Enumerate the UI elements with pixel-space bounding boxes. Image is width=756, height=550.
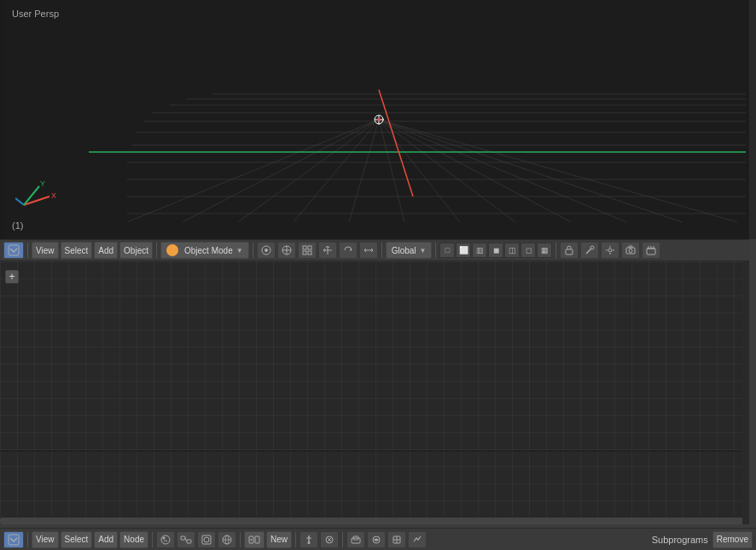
node-scrollbar-thumb[interactable] — [0, 518, 749, 524]
sep-b4 — [295, 532, 296, 547]
svg-point-51 — [608, 249, 612, 252]
viewport-bottom[interactable]: + — [0, 261, 749, 524]
add-menu-bottom[interactable]: Add — [94, 531, 118, 548]
remove-btn[interactable]: Remove — [712, 531, 753, 548]
sep1 — [27, 243, 28, 258]
lock-icon-btn[interactable] — [560, 242, 579, 259]
svg-rect-43 — [303, 251, 306, 255]
svg-point-53 — [629, 249, 632, 253]
viewport-h-divider[interactable] — [0, 450, 749, 452]
render-full2-btn[interactable]: ◻ — [520, 243, 536, 258]
snap-grid-btn[interactable] — [298, 242, 317, 259]
node-composite-btn[interactable] — [177, 531, 195, 548]
sep2 — [156, 243, 157, 258]
viewport-label: User Persp — [12, 9, 59, 19]
viewport-bottom-drag-handle[interactable] — [742, 261, 749, 524]
svg-rect-72 — [255, 536, 259, 543]
sep3 — [253, 243, 253, 258]
view-menu-bottom[interactable]: View — [32, 531, 59, 548]
snap-btn[interactable] — [277, 242, 296, 259]
svg-rect-41 — [303, 246, 306, 249]
node-material-btn[interactable] — [156, 531, 175, 548]
axes-widget: X Y — [15, 179, 58, 214]
view-menu[interactable]: View — [32, 242, 59, 259]
svg-rect-54 — [629, 246, 632, 248]
render-mat-btn[interactable]: ▥ — [472, 243, 487, 258]
svg-rect-44 — [308, 251, 311, 255]
svg-line-49 — [586, 249, 591, 254]
mode-icon-btn[interactable] — [3, 242, 24, 259]
frame-label: (1) — [12, 220, 23, 231]
select-menu-top[interactable]: Select — [61, 242, 93, 259]
node-scrollbar[interactable] — [0, 518, 749, 524]
svg-rect-64 — [187, 540, 191, 543]
layer3-btn[interactable] — [387, 531, 406, 548]
clapper-icon-btn[interactable] — [642, 242, 660, 259]
camera-icon-btn[interactable] — [621, 242, 640, 259]
pivot-btn[interactable] — [257, 242, 276, 259]
render-wire-btn[interactable]: ⬜ — [456, 243, 471, 258]
mode-icon-btn-bottom[interactable] — [3, 531, 24, 548]
render-rendered-btn[interactable]: ▦ — [537, 243, 552, 258]
layer4-btn[interactable] — [408, 531, 427, 548]
settings-icon-btn[interactable] — [601, 242, 619, 259]
transform-scale-btn[interactable] — [359, 242, 378, 259]
render-tex-btn[interactable]: ◼ — [488, 243, 503, 258]
node-world-btn[interactable] — [218, 531, 236, 548]
toolbar-top: View Select Add Object Object Mode ▼ — [0, 239, 749, 261]
viewport-drag-handle-right[interactable] — [749, 0, 756, 239]
select-menu-bottom[interactable]: Select — [61, 531, 93, 548]
svg-rect-42 — [308, 246, 311, 249]
svg-text:Y: Y — [40, 179, 45, 188]
object-menu[interactable]: Object — [119, 242, 153, 259]
sep-b2 — [152, 532, 153, 547]
dropdown-arrow: ▼ — [236, 247, 243, 255]
node-menu[interactable]: Node — [119, 531, 148, 548]
pin-btn[interactable] — [299, 531, 318, 548]
sep-b1 — [27, 532, 28, 547]
sep4 — [381, 243, 382, 258]
subprograms-label: Subprograms — [649, 535, 711, 545]
svg-rect-63 — [181, 536, 185, 540]
svg-rect-60 — [9, 535, 19, 545]
svg-line-65 — [185, 538, 187, 541]
render-full1-btn[interactable]: ◫ — [504, 243, 520, 258]
global-arrow: ▼ — [420, 247, 427, 255]
svg-line-34 — [15, 198, 24, 205]
svg-point-29 — [377, 118, 381, 121]
layer2-btn[interactable] — [367, 531, 386, 548]
add-menu-top[interactable]: Add — [94, 242, 118, 259]
global-dropdown[interactable]: Global ▼ — [386, 242, 433, 259]
render-strip: □ ⬜ ▥ ◼ ◫ ◻ ▦ — [439, 243, 552, 258]
node-texture-btn[interactable] — [197, 531, 216, 548]
svg-text:X: X — [51, 191, 56, 200]
svg-point-62 — [163, 536, 166, 539]
sep6 — [555, 243, 556, 258]
toolbar-bottom: View Select Add Node — [0, 528, 756, 550]
svg-rect-55 — [647, 249, 655, 255]
render-solid-btn[interactable]: □ — [439, 243, 455, 258]
transform-rotate-btn[interactable] — [339, 242, 358, 259]
svg-point-76 — [308, 541, 311, 544]
new-btn[interactable]: New — [266, 531, 292, 548]
add-node-dropdown[interactable] — [244, 531, 265, 548]
object-mode-dropdown[interactable]: Object Mode ▼ — [160, 242, 249, 259]
sep5 — [435, 243, 436, 258]
perspective-grid — [0, 0, 756, 239]
wrench-icon-btn[interactable] — [580, 242, 599, 259]
svg-point-67 — [204, 537, 209, 542]
svg-rect-48 — [566, 249, 573, 255]
sep-b3 — [240, 532, 241, 547]
sep-b5 — [342, 532, 343, 547]
svg-point-37 — [265, 249, 268, 252]
socket-btn[interactable] — [320, 531, 339, 548]
layer1-btn[interactable] — [346, 531, 365, 548]
viewport-top[interactable]: User Persp X Y (1) — [0, 0, 756, 239]
transform-translate-btn[interactable] — [318, 242, 337, 259]
add-node-btn[interactable]: + — [5, 270, 19, 284]
svg-point-50 — [590, 246, 594, 249]
svg-rect-35 — [9, 245, 19, 255]
